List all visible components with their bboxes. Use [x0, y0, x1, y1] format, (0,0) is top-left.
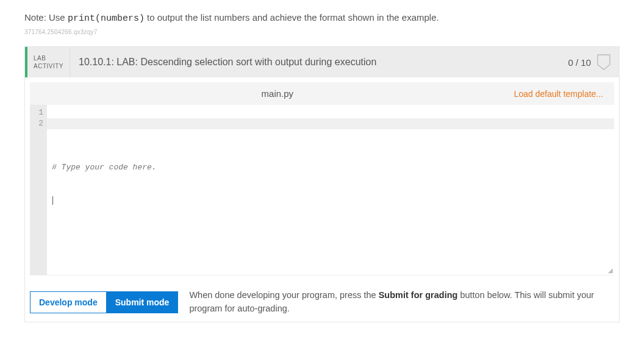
lab-title: 10.10.1: LAB: Descending selection sort …: [70, 47, 559, 77]
code-lines: # Type your code here.: [52, 140, 609, 228]
editor-gutter: 1 2: [30, 105, 47, 275]
lab-score-area: 0 / 10: [559, 47, 619, 77]
text-cursor: [52, 196, 53, 205]
mode-desc-bold: Submit for grading: [379, 290, 458, 300]
mode-desc-prefix: When done developing your program, press…: [189, 290, 378, 300]
current-line-highlight: [47, 118, 614, 129]
lab-activity-tag: LAB ACTIVITY: [27, 47, 70, 77]
line-number: 2: [36, 118, 43, 129]
page-root: Note: Use print(numbers) to output the l…: [0, 0, 644, 335]
mode-row: Develop mode Submit mode When done devel…: [25, 275, 619, 322]
mode-button-group: Develop mode Submit mode: [30, 291, 178, 313]
shield-icon: [597, 54, 610, 70]
lab-tag-line2: ACTIVITY: [34, 62, 63, 70]
load-default-template-link[interactable]: Load default template...: [514, 89, 603, 99]
note-text: Note: Use print(numbers) to output the l…: [24, 12, 620, 24]
mode-description: When done developing your program, press…: [189, 289, 614, 316]
lab-score-text: 0 / 10: [568, 57, 591, 68]
lab-header: LAB ACTIVITY 10.10.1: LAB: Descending se…: [25, 47, 619, 77]
file-bar: main.py Load default template...: [30, 82, 614, 105]
lab-tag-line1: LAB: [34, 54, 63, 62]
develop-mode-button[interactable]: Develop mode: [30, 291, 106, 313]
code-area[interactable]: # Type your code here.: [47, 105, 614, 275]
code-line-1: # Type your code here.: [52, 162, 609, 173]
submit-mode-button[interactable]: Submit mode: [106, 291, 179, 313]
code-editor[interactable]: 1 2 # Type your code here. ◢: [30, 105, 614, 275]
code-line-2: [52, 195, 609, 206]
line-number: 1: [36, 107, 43, 118]
note-code: print(numbers): [68, 13, 145, 24]
watermark-id: 371764.2504266.qx3zqy7: [24, 29, 620, 35]
lab-container: LAB ACTIVITY 10.10.1: LAB: Descending se…: [24, 46, 620, 322]
note-prefix: Note: Use: [24, 12, 68, 23]
filename-label: main.py: [262, 88, 294, 99]
note-suffix: to output the list numbers and achieve t…: [145, 12, 439, 23]
